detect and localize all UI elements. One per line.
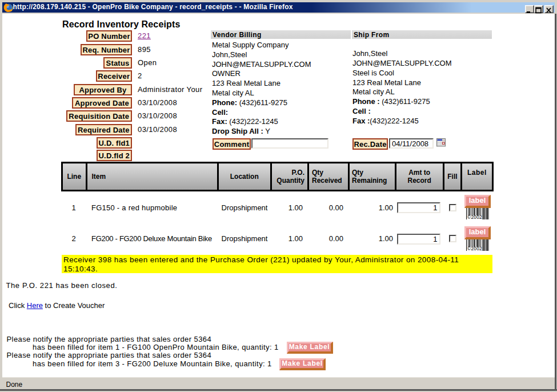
svg-text:©2002: ©2002 (467, 246, 482, 251)
svg-text:©2002: ©2002 (467, 214, 482, 219)
